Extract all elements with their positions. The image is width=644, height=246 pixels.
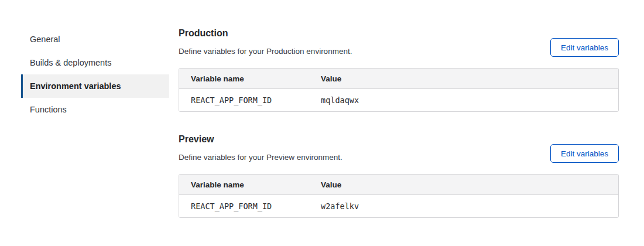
value-column-header: Value	[321, 74, 618, 83]
variable-name-column-header: Variable name	[179, 180, 321, 189]
table-row: REACT_APP_FORM_ID mqldaqwx	[179, 89, 618, 111]
variable-name-cell: REACT_APP_FORM_ID	[179, 201, 321, 211]
production-section-title: Production	[179, 28, 228, 39]
variable-value-cell: mqldaqwx	[321, 95, 618, 105]
settings-sidebar: General Builds & deployments Environment…	[21, 28, 169, 121]
preview-variables-table: Variable name Value REACT_APP_FORM_ID w2…	[179, 174, 619, 218]
preview-section: Preview Define variables for your Previe…	[179, 134, 619, 222]
sidebar-item-label: Environment variables	[30, 81, 121, 91]
preview-section-title: Preview	[179, 134, 214, 145]
sidebar-item-label: General	[30, 35, 60, 44]
preview-section-description: Define variables for your Preview enviro…	[179, 153, 342, 162]
production-section: Production Define variables for your Pro…	[179, 28, 619, 116]
sidebar-item-environment-variables[interactable]: Environment variables	[21, 74, 169, 98]
production-section-description: Define variables for your Production env…	[179, 47, 352, 56]
preview-edit-variables-button[interactable]: Edit variables	[550, 144, 619, 163]
variable-value-cell: w2afelkv	[321, 201, 618, 211]
table-header-row: Variable name Value	[179, 69, 618, 89]
variable-name-column-header: Variable name	[179, 74, 321, 83]
variable-name-cell: REACT_APP_FORM_ID	[179, 95, 321, 105]
production-variables-table: Variable name Value REACT_APP_FORM_ID mq…	[179, 68, 619, 112]
sidebar-item-general[interactable]: General	[21, 28, 169, 51]
sidebar-item-functions[interactable]: Functions	[21, 98, 169, 121]
value-column-header: Value	[321, 180, 618, 189]
sidebar-item-builds-deployments[interactable]: Builds & deployments	[21, 51, 169, 74]
sidebar-item-label: Functions	[30, 105, 67, 114]
table-header-row: Variable name Value	[179, 175, 618, 195]
production-edit-variables-button[interactable]: Edit variables	[550, 38, 619, 57]
table-row: REACT_APP_FORM_ID w2afelkv	[179, 195, 618, 217]
sidebar-item-label: Builds & deployments	[30, 58, 111, 67]
